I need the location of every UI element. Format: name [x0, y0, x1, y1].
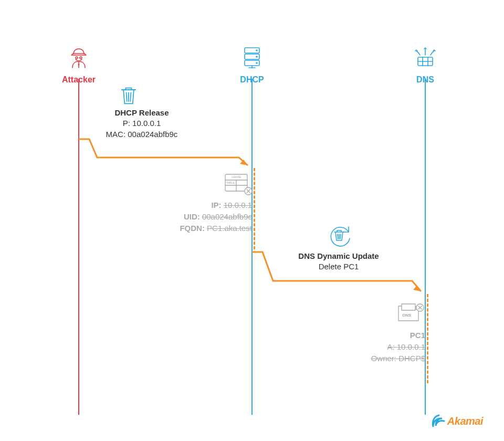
- svg-text:TABLE: TABLE: [226, 181, 235, 184]
- svg-point-7: [256, 56, 257, 57]
- lease-table-block: IP: 10.0.0.1 UID: 00a024abfb9c FQDN: PC1…: [152, 200, 252, 234]
- activation-dns: [427, 294, 428, 383]
- svg-point-0: [76, 57, 78, 59]
- server-icon: [239, 45, 265, 70]
- refresh-trash-icon: [324, 220, 354, 250]
- dns-record-name: PC1: [341, 330, 425, 341]
- svg-point-1: [80, 57, 82, 59]
- svg-rect-31: [402, 304, 415, 310]
- lifeline-dhcp: [251, 79, 253, 415]
- svg-point-8: [256, 62, 257, 64]
- akamai-logo: Akamai: [432, 414, 483, 428]
- dns-record-icon: DNS: [395, 302, 425, 325]
- svg-line-16: [130, 93, 131, 102]
- svg-line-29: [340, 234, 341, 239]
- msg-dhcp-release-title: DHCP Release: [89, 108, 194, 118]
- arrow-attacker-to-dhcp: [79, 136, 257, 168]
- arrow-dhcp-to-dns: [252, 249, 430, 297]
- svg-text:DNS: DNS: [403, 313, 412, 318]
- activation-dhcp: [254, 168, 255, 249]
- lease-uid: UID: 00a024abfb9c: [152, 211, 252, 223]
- dns-record-block: PC1 A: 10.0.0.1 Owner: DHCP$: [341, 330, 425, 364]
- svg-line-14: [127, 93, 127, 102]
- dns-record-owner: Owner: DHCP$: [341, 353, 425, 364]
- svg-text:LEASE: LEASE: [232, 175, 241, 178]
- svg-marker-30: [413, 286, 421, 291]
- svg-line-27: [338, 234, 338, 239]
- akamai-logo-text: Akamai: [447, 415, 483, 427]
- lease-table-icon: LEASE TABLE: [224, 173, 253, 195]
- dns-record-a: A: 10.0.0.1: [341, 341, 425, 353]
- attacker-icon: [66, 45, 91, 70]
- lifeline-attacker: [78, 79, 79, 415]
- trash-icon: [117, 84, 140, 107]
- dns-icon: [413, 45, 438, 70]
- lease-ip: IP: 10.0.0.1: [152, 200, 252, 211]
- akamai-wave-icon: [432, 414, 446, 428]
- lease-fqdn: FQDN: PC1.aka.test: [152, 223, 252, 234]
- lifeline-dns: [425, 79, 426, 415]
- msg-dhcp-release: DHCP Release P: 10.0.0.1 MAC: 00a024abfb…: [89, 108, 194, 140]
- msg-dhcp-release-ip: P: 10.0.0.1: [89, 118, 194, 129]
- svg-point-6: [256, 50, 257, 51]
- svg-point-9: [251, 67, 253, 68]
- svg-point-2: [78, 64, 80, 66]
